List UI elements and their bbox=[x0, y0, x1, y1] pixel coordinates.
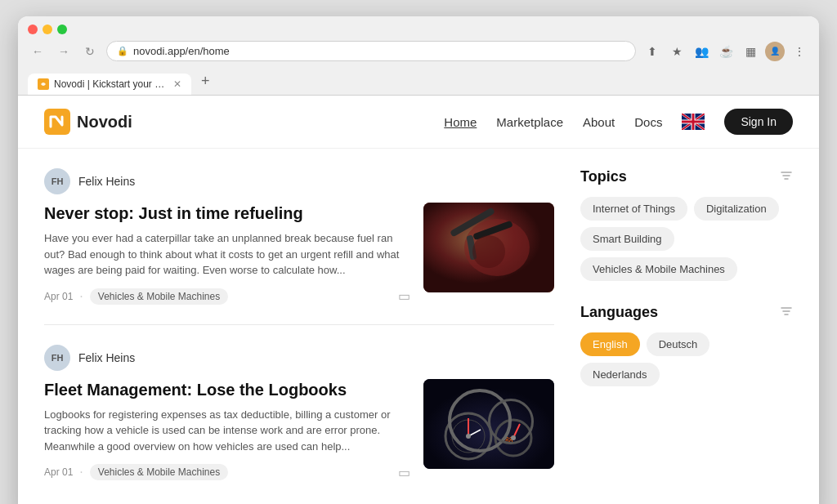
language-chip-nederlands[interactable]: Nederlands bbox=[580, 363, 660, 386]
author-avatar-2: FH bbox=[44, 345, 70, 371]
bookmark-icon-2[interactable]: ▭ bbox=[398, 465, 410, 480]
logo[interactable]: Novodi bbox=[44, 109, 132, 135]
article-header-2: FH Felix Heins bbox=[44, 345, 554, 371]
svg-point-13 bbox=[466, 434, 471, 439]
dashboard-image-svg: 88 bbox=[423, 379, 554, 469]
articles-column: FH Felix Heins Never stop: Just in time … bbox=[44, 168, 554, 500]
article-tag-1[interactable]: Vehicles & Mobile Machines bbox=[90, 288, 228, 305]
article-header-1: FH Felix Heins bbox=[44, 168, 554, 194]
site-header: Novodi Home Marketplace About Docs Sign … bbox=[18, 96, 819, 149]
article-card-2: FH Felix Heins Fleet Management: Lose th… bbox=[44, 345, 554, 501]
address-bar[interactable]: 🔒 novodi.app/en/home bbox=[106, 41, 636, 61]
topics-header: Topics bbox=[580, 168, 793, 185]
topic-chip-digitalization[interactable]: Digitalization bbox=[694, 197, 779, 221]
article-excerpt-2: Logbooks for registering expenses as tax… bbox=[44, 407, 410, 455]
topics-title: Topics bbox=[580, 168, 627, 185]
new-tab-button[interactable]: + bbox=[193, 68, 218, 95]
nav-marketplace[interactable]: Marketplace bbox=[496, 115, 563, 129]
split-view-button[interactable]: ▦ bbox=[741, 42, 760, 61]
author-avatar-1: FH bbox=[44, 168, 70, 194]
topics-tag-list: Internet of Things Digitalization Smart … bbox=[580, 197, 793, 281]
extensions-button[interactable]: ☕ bbox=[716, 42, 736, 61]
languages-section: Languages English Deutsch Nederlands bbox=[580, 304, 793, 386]
bookmark-icon-1[interactable]: ▭ bbox=[398, 288, 410, 304]
close-traffic-light[interactable] bbox=[28, 25, 38, 34]
tab-bar: Novodi | Kickstart your digital ✕ + bbox=[28, 68, 809, 95]
refresh-button[interactable]: ↻ bbox=[80, 42, 100, 61]
svg-point-9 bbox=[452, 420, 485, 453]
svg-text:88: 88 bbox=[505, 437, 513, 444]
profiles-button[interactable]: 👥 bbox=[692, 42, 711, 61]
menu-button[interactable]: ⋮ bbox=[790, 42, 809, 61]
article-text-2: Fleet Management: Lose the Logbooks Logb… bbox=[44, 379, 410, 481]
nav-about[interactable]: About bbox=[583, 115, 615, 129]
topics-section: Topics Internet of Things Digitalization… bbox=[580, 168, 793, 281]
article-meta-2: Apr 01 · Vehicles & Mobile Machines ▭ bbox=[44, 464, 410, 480]
svg-rect-7 bbox=[423, 379, 554, 469]
article-body-2: Fleet Management: Lose the Logbooks Logb… bbox=[44, 379, 554, 481]
logo-icon bbox=[44, 109, 70, 135]
topics-filter-icon[interactable] bbox=[780, 169, 793, 185]
traffic-lights bbox=[28, 25, 809, 34]
browser-window: ← → ↻ 🔒 novodi.app/en/home ⬆ ★ 👥 ☕ ▦ 👤 ⋮ bbox=[18, 16, 819, 504]
article-text-1: Never stop: Just in time refueling Have … bbox=[44, 203, 410, 305]
page-content: Novodi Home Marketplace About Docs Sign … bbox=[18, 96, 819, 504]
tab-title: Novodi | Kickstart your digital bbox=[54, 78, 168, 90]
lock-icon: 🔒 bbox=[117, 46, 128, 56]
back-button[interactable]: ← bbox=[28, 42, 47, 61]
article-image-1 bbox=[423, 203, 554, 292]
article-title-2[interactable]: Fleet Management: Lose the Logbooks bbox=[44, 379, 410, 400]
svg-line-12 bbox=[468, 430, 481, 436]
nav-home[interactable]: Home bbox=[444, 115, 477, 129]
site-nav: Home Marketplace About Docs Sign In bbox=[444, 109, 793, 135]
article-body-1: Never stop: Just in time refueling Have … bbox=[44, 203, 554, 305]
logo-text: Novodi bbox=[77, 113, 132, 132]
main-layout: FH Felix Heins Never stop: Just in time … bbox=[18, 149, 819, 504]
article-image-2: 88 bbox=[423, 379, 554, 469]
article-date-1: Apr 01 bbox=[44, 291, 73, 302]
languages-tag-list: English Deutsch Nederlands bbox=[580, 332, 793, 386]
nav-docs[interactable]: Docs bbox=[634, 115, 662, 129]
article-card: FH Felix Heins Never stop: Just in time … bbox=[44, 168, 554, 325]
svg-rect-0 bbox=[44, 109, 70, 135]
author-name-1: Felix Heins bbox=[78, 175, 135, 188]
article-tag-2[interactable]: Vehicles & Mobile Machines bbox=[90, 464, 228, 480]
tab-close-button[interactable]: ✕ bbox=[173, 78, 181, 90]
svg-point-16 bbox=[511, 435, 516, 440]
tab-favicon bbox=[38, 78, 49, 90]
svg-line-15 bbox=[513, 424, 520, 438]
author-name-2: Felix Heins bbox=[78, 351, 135, 364]
languages-header: Languages bbox=[580, 304, 793, 321]
maximize-traffic-light[interactable] bbox=[57, 25, 67, 34]
browser-actions: ⬆ ★ 👥 ☕ ▦ 👤 ⋮ bbox=[642, 42, 809, 61]
article-excerpt-1: Have you ever had a caterpillar take an … bbox=[44, 230, 410, 279]
article-title-1[interactable]: Never stop: Just in time refueling bbox=[44, 203, 410, 224]
minimize-traffic-light[interactable] bbox=[43, 25, 52, 34]
topic-chip-vehicles[interactable]: Vehicles & Mobile Machines bbox=[580, 257, 737, 281]
article-date-2: Apr 01 bbox=[44, 466, 73, 478]
topic-chip-smart-building[interactable]: Smart Building bbox=[580, 227, 674, 251]
language-flag-icon[interactable] bbox=[682, 114, 705, 130]
bookmark-button[interactable]: ★ bbox=[667, 42, 687, 61]
languages-filter-icon[interactable] bbox=[780, 305, 793, 321]
avatar-button[interactable]: 👤 bbox=[765, 42, 785, 61]
topic-chip-internet-of-things[interactable]: Internet of Things bbox=[580, 197, 687, 221]
language-chip-english[interactable]: English bbox=[580, 332, 640, 356]
language-chip-deutsch[interactable]: Deutsch bbox=[647, 332, 710, 356]
languages-title: Languages bbox=[580, 304, 658, 321]
sidebar-column: Topics Internet of Things Digitalization… bbox=[580, 168, 793, 500]
browser-chrome: ← → ↻ 🔒 novodi.app/en/home ⬆ ★ 👥 ☕ ▦ 👤 ⋮ bbox=[18, 16, 819, 96]
svg-point-6 bbox=[472, 235, 505, 268]
share-button[interactable]: ⬆ bbox=[642, 42, 662, 61]
browser-toolbar: ← → ↻ 🔒 novodi.app/en/home ⬆ ★ 👥 ☕ ▦ 👤 ⋮ bbox=[28, 41, 809, 61]
sign-in-button[interactable]: Sign In bbox=[724, 109, 793, 135]
fuel-image-svg bbox=[423, 203, 554, 292]
article-meta-1: Apr 01 · Vehicles & Mobile Machines ▭ bbox=[44, 288, 410, 305]
forward-button[interactable]: → bbox=[54, 42, 74, 61]
active-tab[interactable]: Novodi | Kickstart your digital ✕ bbox=[28, 74, 191, 95]
url-text: novodi.app/en/home bbox=[133, 45, 230, 57]
